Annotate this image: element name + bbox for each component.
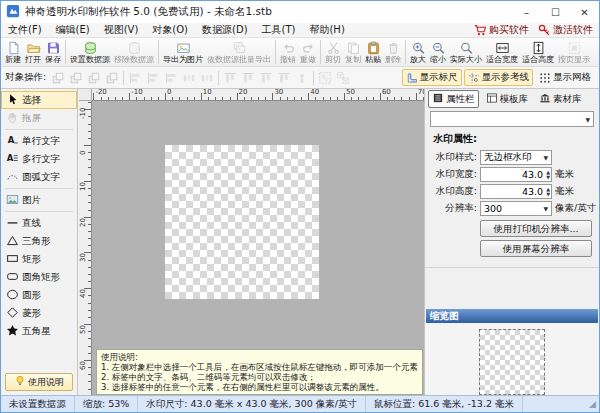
- set-datasource-button[interactable]: 设置数据源: [68, 41, 112, 64]
- export-image-button[interactable]: 导出为图片: [161, 41, 205, 64]
- tool-panel: 选择拖屏A单行文字A多行文字圆弧文字图片直线三角形矩形圆角矩形圆形菱形五角星: [1, 89, 78, 395]
- open-button[interactable]: 打开: [23, 41, 43, 64]
- minimize-button[interactable]: –: [512, 1, 541, 23]
- license-buttons: 购买软件 激活软件: [474, 23, 599, 37]
- zoom-out-button[interactable]: 缩小: [428, 41, 448, 64]
- view-toggles: 显示标尺显示参考线显示网格: [402, 69, 596, 86]
- watermark-width-unit: 毫米: [555, 168, 574, 181]
- menu-item-datasource[interactable]: 数据源(D): [195, 23, 255, 37]
- save-label: 保存: [45, 55, 61, 64]
- star-icon: [6, 324, 19, 339]
- toolbar-separator: [65, 40, 66, 64]
- spinner-arrows-icon[interactable]: ▲▼: [546, 187, 551, 196]
- thumbnail-header: 缩览图: [426, 309, 598, 323]
- preset-combo[interactable]: ▼: [430, 111, 594, 127]
- zoom-in-button[interactable]: 放大: [408, 41, 428, 64]
- menu-item-file[interactable]: 文件(F): [1, 23, 49, 37]
- material-icon: [539, 92, 551, 106]
- template-icon: [486, 92, 498, 106]
- tab-templates[interactable]: 模板库: [482, 90, 533, 108]
- watermark-height-input[interactable]: 43.0▲▼: [480, 184, 552, 199]
- page-view-button: 按页显示: [556, 41, 592, 64]
- app-window: 神奇透明水印制作软件 5.0 (免费试用) - 未命名1.stb – ☐ ✕ 文…: [0, 0, 600, 413]
- menu-item-view[interactable]: 视图(V): [97, 23, 146, 37]
- multi-line-text-tool[interactable]: A多行文字: [1, 150, 77, 168]
- spinner-arrows-icon[interactable]: ▲▼: [546, 170, 551, 179]
- watermark-artboard[interactable]: [165, 145, 319, 299]
- rounded-rectangle-tool[interactable]: 圆角矩形: [1, 268, 77, 286]
- undo-arrow-icon: [281, 41, 296, 55]
- use-printer-resolution-button[interactable]: 使用打印机分辨率...: [480, 220, 592, 237]
- svg-text:A: A: [8, 134, 15, 144]
- batch-export-label: 依数据源批量导出: [207, 55, 271, 64]
- watermark-style-label: 水印样式:: [425, 151, 477, 164]
- save-button[interactable]: 保存: [43, 41, 63, 64]
- image-tool[interactable]: 图片: [1, 191, 77, 209]
- align-top-button: [221, 69, 239, 87]
- line-icon: [6, 216, 19, 231]
- page-view-icon: [567, 41, 582, 55]
- panel-divider: [425, 267, 599, 309]
- watermark-width-input[interactable]: 43.0▲▼: [480, 167, 552, 182]
- select-tool[interactable]: 选择: [1, 91, 77, 109]
- resolution-select[interactable]: 300▼: [480, 201, 552, 216]
- line-label: 直线: [22, 217, 41, 230]
- menu-item-edit[interactable]: 编辑(E): [49, 23, 97, 37]
- circle-label: 圆形: [22, 289, 41, 302]
- triangle-tool[interactable]: 三角形: [1, 232, 77, 250]
- new-label: 新建: [5, 55, 21, 64]
- tab-materials[interactable]: 素材库: [535, 90, 586, 108]
- actual-size-button[interactable]: 实际大小: [448, 41, 484, 64]
- watermark-style-value: 无边框水印: [481, 151, 540, 164]
- scissors-icon: [326, 41, 341, 55]
- menu-item-tools[interactable]: 工具(T): [255, 23, 303, 37]
- watermark-style-select[interactable]: 无边框水印▼: [480, 150, 552, 165]
- show-guides-toggle[interactable]: 显示参考线: [464, 69, 534, 86]
- trash-icon: [386, 41, 401, 55]
- menu-bar: 文件(F)编辑(E)视图(V)对象(O)数据源(D)工具(T)帮助(H) 购买软…: [1, 23, 599, 38]
- maximize-button[interactable]: ☐: [541, 1, 570, 23]
- line-tool[interactable]: 直线: [1, 214, 77, 232]
- arc-text-label: 圆弧文字: [22, 171, 60, 184]
- single-line-text-tool[interactable]: A单行文字: [1, 132, 77, 150]
- help-button[interactable]: 使用说明: [5, 373, 73, 391]
- use-screen-resolution-button[interactable]: 使用屏幕分辨率: [480, 240, 592, 257]
- database-set-icon: [83, 41, 98, 55]
- show-grid-toggle[interactable]: 显示网格: [535, 69, 595, 86]
- watermark-width-label: 水印宽度:: [425, 168, 477, 181]
- tab-properties[interactable]: 属性栏: [428, 90, 479, 108]
- key-icon: [538, 24, 551, 37]
- buy-software-button[interactable]: 购买软件: [474, 23, 529, 37]
- fit-height-button[interactable]: 适合高度: [520, 41, 556, 64]
- circle-tool[interactable]: 圆形: [1, 286, 77, 304]
- fit-width-button[interactable]: 适合宽度: [484, 41, 520, 64]
- tab-properties-label: 属性栏: [446, 93, 475, 106]
- diamond-tool[interactable]: 菱形: [1, 304, 77, 322]
- toolbar-separator: [405, 40, 406, 64]
- thumbnail-area: [425, 323, 599, 401]
- resize-grip[interactable]: ◢: [589, 399, 599, 409]
- paste-button[interactable]: 粘贴: [363, 41, 383, 64]
- dropdown-arrow-icon[interactable]: ▼: [540, 154, 551, 161]
- image-label: 图片: [22, 194, 41, 207]
- menu-item-object[interactable]: 对象(O): [145, 23, 195, 37]
- resolution-row: 分辨率:300▼像素/英寸: [425, 200, 597, 217]
- watermark-height-label: 水印高度:: [425, 185, 477, 198]
- star-tool[interactable]: 五角星: [1, 322, 77, 340]
- arc-text-tool[interactable]: 圆弧文字: [1, 168, 77, 186]
- dropdown-arrow-icon[interactable]: ▼: [582, 116, 593, 123]
- window-controls: – ☐ ✕: [512, 1, 599, 23]
- activate-software-button[interactable]: 激活软件: [538, 23, 593, 37]
- menu-item-help[interactable]: 帮助(H): [302, 23, 351, 37]
- show-ruler-toggle[interactable]: 显示标尺: [402, 69, 462, 86]
- zoom-out-label: 缩小: [430, 55, 446, 64]
- close-button[interactable]: ✕: [570, 1, 599, 23]
- watermark-thumbnail: [479, 329, 545, 395]
- mouse-position: 鼠标位置: 61.6 毫米, -13.2 毫米: [366, 396, 523, 412]
- fit-height-label: 适合高度: [522, 55, 554, 64]
- new-button[interactable]: 新建: [3, 41, 23, 64]
- dropdown-arrow-icon[interactable]: ▼: [540, 205, 551, 212]
- magnifier-minus-icon: [431, 41, 446, 55]
- undo-label: 撤销: [280, 55, 296, 64]
- rectangle-tool[interactable]: 矩形: [1, 250, 77, 268]
